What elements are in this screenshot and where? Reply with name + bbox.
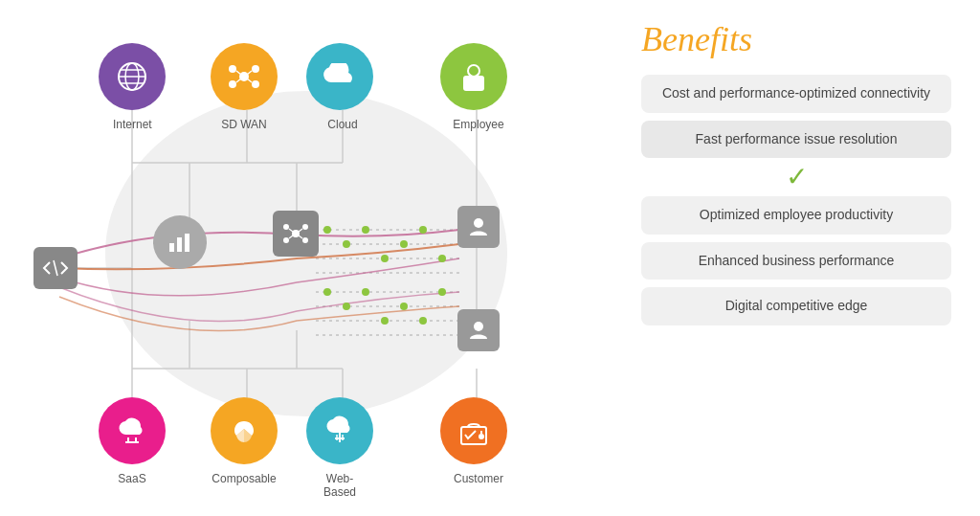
svg-line-69	[299, 229, 302, 232]
svg-line-70	[289, 236, 293, 238]
cloud-icon	[306, 43, 373, 110]
svg-point-46	[252, 65, 259, 73]
svg-rect-62	[185, 234, 189, 252]
svg-point-63	[292, 230, 300, 237]
diagram-container: Internet SD WAN Cloud Employee SaaS Comp…	[19, 14, 593, 503]
svg-point-37	[419, 317, 427, 325]
svg-point-29	[400, 240, 408, 248]
svg-point-38	[438, 288, 446, 296]
network-node	[273, 211, 319, 257]
svg-point-35	[381, 317, 389, 325]
svg-point-67	[302, 237, 308, 243]
svg-point-30	[419, 226, 427, 234]
analytics-node	[153, 215, 207, 269]
svg-rect-60	[169, 243, 174, 252]
customer-icon	[440, 397, 507, 464]
benefits-panel: Benefits Cost and performance-optimized …	[612, 0, 980, 516]
svg-line-71	[299, 236, 302, 238]
svg-line-68	[289, 229, 293, 232]
benefit-fast-resolution: Fast performance issue resolution	[641, 121, 951, 159]
svg-point-44	[239, 72, 249, 81]
svg-point-47	[229, 80, 236, 88]
svg-line-50	[247, 71, 252, 75]
svg-point-25	[323, 226, 331, 234]
svg-line-51	[236, 79, 241, 82]
svg-point-31	[438, 255, 446, 262]
svg-point-64	[283, 224, 289, 230]
svg-line-52	[247, 79, 252, 82]
svg-point-36	[400, 303, 408, 310]
svg-point-28	[381, 255, 389, 262]
internet-label: Internet	[113, 118, 151, 131]
svg-line-49	[236, 71, 241, 75]
user-node-top	[457, 206, 500, 248]
svg-point-73	[474, 218, 483, 228]
svg-point-58	[479, 434, 484, 439]
webbased-label: Web-Based	[311, 472, 368, 499]
cloud-label: Cloud	[323, 118, 362, 131]
employee-label: Employee	[450, 118, 507, 131]
code-node	[33, 247, 78, 289]
composable-label: Composable	[211, 472, 278, 485]
check-mark: ✓	[641, 164, 951, 191]
svg-point-26	[343, 240, 350, 248]
benefits-title: Benefits	[641, 19, 951, 59]
benefit-business-performance: Enhanced business performance	[641, 242, 951, 280]
user-node-bottom	[457, 309, 500, 351]
svg-line-72	[54, 260, 57, 276]
svg-point-66	[283, 237, 289, 243]
webbased-icon	[306, 397, 373, 464]
svg-point-32	[323, 288, 331, 296]
svg-point-45	[229, 65, 236, 73]
svg-point-65	[302, 224, 308, 230]
internet-icon	[99, 43, 166, 110]
saas-icon	[99, 397, 166, 464]
employee-icon	[440, 43, 507, 110]
saas-label: SaaS	[113, 472, 151, 485]
svg-point-34	[362, 288, 369, 296]
sdwan-label: SD WAN	[220, 118, 268, 131]
svg-rect-61	[177, 237, 182, 252]
benefit-employee-productivity: Optimized employee productivity	[641, 196, 951, 235]
svg-point-74	[474, 322, 483, 331]
svg-point-55	[469, 66, 479, 76]
svg-point-27	[362, 226, 369, 234]
svg-point-48	[252, 80, 259, 88]
diagram-panel: Internet SD WAN Cloud Employee SaaS Comp…	[0, 0, 612, 516]
svg-point-33	[343, 303, 350, 310]
composable-icon	[211, 397, 278, 464]
benefit-cost-connectivity: Cost and performance-optimized connectiv…	[641, 75, 951, 113]
benefit-digital-edge: Digital competitive edge	[641, 287, 951, 325]
customer-label: Customer	[450, 472, 507, 485]
svg-rect-56	[467, 78, 480, 87]
sdwan-icon	[211, 43, 278, 110]
